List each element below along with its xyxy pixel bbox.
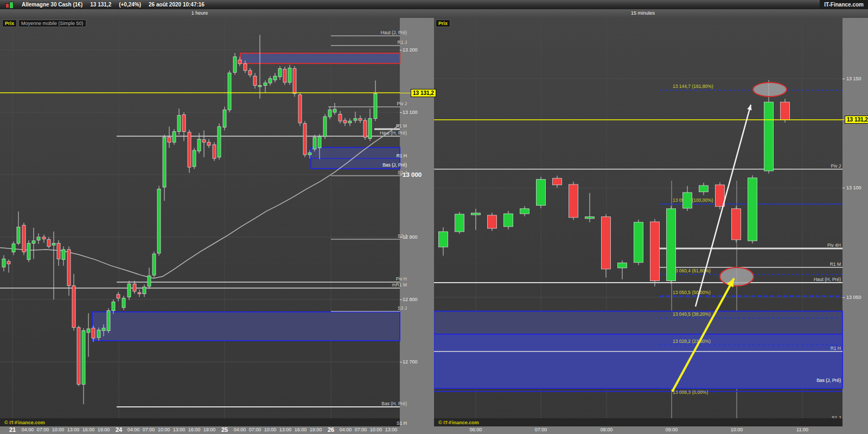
candle-down xyxy=(553,178,562,185)
copyright-label: © IT-Finance.com xyxy=(438,420,479,425)
candle-down xyxy=(253,76,257,85)
left-ma-tag[interactable]: Moyenne mobile (Simple 50) xyxy=(18,20,86,27)
candle-down xyxy=(67,250,71,286)
candle-down xyxy=(248,71,252,75)
time-axis-label: 09:00 xyxy=(666,427,678,432)
level-label: mR1 M xyxy=(392,282,407,288)
candle-up xyxy=(52,243,55,245)
candle-up xyxy=(62,250,65,259)
candle-up xyxy=(288,68,291,82)
left-prix-tag[interactable]: Prix xyxy=(2,20,17,27)
time-axis-label: 19:00 xyxy=(98,427,110,432)
support-resistance-zone xyxy=(434,311,843,334)
candle-down xyxy=(168,137,171,142)
candle-up xyxy=(328,110,331,117)
time-axis-label: 19:00 xyxy=(310,427,322,432)
left-price-tick xyxy=(400,93,411,93)
level-label: S2 J xyxy=(398,233,407,239)
candle-up xyxy=(273,76,277,80)
candle-up xyxy=(537,180,546,206)
time-axis-day-label: 25 xyxy=(221,426,228,433)
level-label: Haut (H, Pré) xyxy=(380,130,407,136)
candle-up xyxy=(152,254,156,275)
candle-down xyxy=(283,69,286,82)
left-chart-timeframe[interactable]: 1 heure xyxy=(192,10,208,16)
candle-down xyxy=(133,284,136,291)
candle-up xyxy=(218,126,221,157)
candle-up xyxy=(618,263,627,268)
time-axis-label: 10:00 xyxy=(370,427,382,432)
title-bar: Allemagne 30 Cash (1€) 13 131,2 (+0,24%)… xyxy=(0,0,868,9)
candle-down xyxy=(213,145,216,158)
candle-down xyxy=(182,115,186,132)
candle-up xyxy=(308,153,311,155)
candle-up xyxy=(269,79,272,83)
candle-up xyxy=(264,83,267,86)
candle-up xyxy=(520,209,529,214)
candle-up xyxy=(82,330,85,384)
price-change: (+0,24%) xyxy=(119,2,141,8)
left-chart-canvas[interactable]: Haut (J, Pré)R1 JPiv JR1 MHaut (H, Pré)R… xyxy=(0,18,413,426)
fib-label: 13 008,3 (0,00%) xyxy=(673,390,708,395)
candle-up xyxy=(471,213,481,215)
candle-down xyxy=(7,261,10,264)
candle-up xyxy=(585,217,595,219)
candle-up xyxy=(354,118,357,120)
candle-up xyxy=(313,137,316,149)
copyright-band xyxy=(0,418,400,426)
level-label: R1 J xyxy=(398,40,407,45)
time-axis-label: 10:00 xyxy=(731,427,743,432)
candle-up xyxy=(634,222,643,263)
time-axis-label: 08:00 xyxy=(601,427,613,432)
fib-label: 13 028,2 (23,60%) xyxy=(673,339,711,344)
candle-up xyxy=(699,186,709,192)
time-axis-label: 16:00 xyxy=(295,427,307,432)
candle-down xyxy=(188,132,191,167)
candle-up xyxy=(157,189,161,253)
level-label: S3 J xyxy=(398,305,407,311)
right-chart-timeframe[interactable]: 15 minutes xyxy=(631,10,655,16)
support-resistance-zone xyxy=(434,334,843,388)
brand-label: IT-Finance.com xyxy=(820,0,868,9)
level-label: Piv J xyxy=(831,163,841,169)
level-label: R1 M xyxy=(830,261,841,267)
candle-up xyxy=(455,214,464,232)
level-label: Bas (H, Pré) xyxy=(381,401,407,406)
candle-up xyxy=(233,57,237,73)
level-label: Piv J xyxy=(397,101,407,106)
fib-label: 13 040,5 (38,20%) xyxy=(673,311,711,317)
highlight-ellipse xyxy=(753,82,787,97)
candle-up xyxy=(148,276,151,286)
time-axis-label: 06:00 xyxy=(470,427,482,432)
right-last-price-box: 13 131,2 xyxy=(845,116,868,124)
copyright-band xyxy=(434,418,843,426)
candle-down xyxy=(72,286,75,328)
time-axis-label: 04:00 xyxy=(234,427,246,432)
candle-up xyxy=(37,237,40,240)
candle-up xyxy=(2,259,5,267)
time-axis[interactable]: 2104:0007:0010:0013:0016:0019:002404:000… xyxy=(0,426,868,434)
candle-up xyxy=(439,232,448,247)
time-axis-label: 13:00 xyxy=(279,427,292,432)
candle-up xyxy=(87,329,90,333)
time-axis-label: 11:00 xyxy=(796,427,808,432)
candle-up xyxy=(228,73,231,110)
level-label: Piv 4H xyxy=(827,242,841,248)
time-axis-label: 07:00 xyxy=(37,427,49,432)
right-prix-tag[interactable]: Prix xyxy=(436,20,450,27)
level-label: R1 H xyxy=(397,153,407,158)
candle-down xyxy=(339,114,342,121)
time-axis-day-label: 24 xyxy=(116,426,122,433)
time-axis-label: 16:00 xyxy=(188,427,201,432)
fib-label: 13 050,5 (50,00%) xyxy=(673,290,711,295)
candle-down xyxy=(202,140,206,143)
candle-up xyxy=(32,241,35,244)
level-label: Haut (J, Pré) xyxy=(381,30,407,35)
time-axis-label: 04:00 xyxy=(340,427,352,432)
candle-up xyxy=(223,110,226,127)
candle-up xyxy=(177,116,181,132)
time-axis-label: 10:00 xyxy=(158,427,170,432)
right-chart-canvas[interactable]: Piv JPiv 4HR1 MHaut (H, Pré)R1 HBas (J, … xyxy=(434,18,868,426)
datetime: 26 août 2020 10:47:16 xyxy=(149,2,205,8)
candle-down xyxy=(138,292,141,293)
